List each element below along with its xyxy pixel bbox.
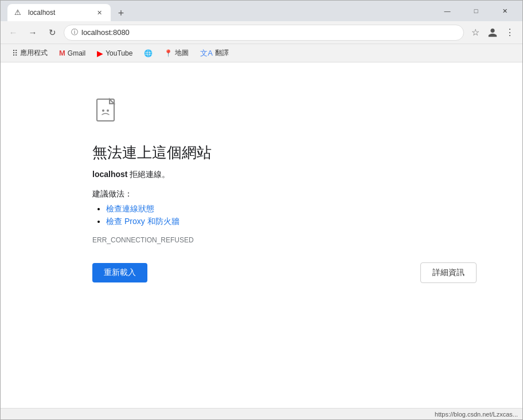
bookmark-youtube[interactable]: ▶ YouTube [92,46,137,60]
check-connection-link[interactable]: 檢查連線狀態 [106,204,154,213]
web-icon: 🌐 [144,49,153,57]
youtube-icon: ▶ [97,49,103,58]
page-content: 無法連上這個網站 localhost 拒絕連線。 建議做法： 檢查連線狀態 檢查… [1,62,522,408]
bookmark-button[interactable]: ☆ [467,25,483,41]
maximize-button[interactable]: □ [463,1,489,21]
bookmark-translate[interactable]: 文A 翻譯 [196,46,233,61]
tab-close-button[interactable]: ✕ [95,8,104,17]
maps-icon: 📍 [164,49,173,57]
error-icon-container [92,97,477,129]
translate-icon: 文A [200,48,213,58]
bookmark-gmail[interactable]: M Gmail [54,46,90,60]
list-item: 檢查連線狀態 [106,204,477,214]
back-button[interactable]: ← [5,25,21,41]
titlebar: ⚠ localhost ✕ + — □ ✕ [1,1,522,21]
tab-area: ⚠ localhost ✕ + [7,1,129,21]
list-item: 檢查 Proxy 和防火牆 [106,217,477,227]
window-controls: — □ ✕ [434,1,518,21]
toolbar: ← → ↻ ⓘ localhost:8080 ☆ ⋮ [1,21,522,44]
svg-point-1 [102,109,104,112]
bookmark-gmail-label: Gmail [68,49,85,57]
error-title: 無法連上這個網站 [92,143,477,163]
suggestions-title: 建議做法： [92,189,477,199]
bookmark-youtube-label: YouTube [106,49,132,57]
new-tab-button[interactable]: + [113,5,129,21]
status-url: https://blog.csdn.net/Lzxcas... [435,411,518,418]
apps-icon: ⠿ [12,49,18,58]
bookmark-web[interactable]: 🌐 [139,47,157,60]
bookmark-maps-label: 地圖 [175,48,189,58]
bookmark-apps-label: 應用程式 [20,48,48,58]
tab-favicon: ⚠ [14,8,24,17]
browser-window: ⚠ localhost ✕ + — □ ✕ ← → ↻ ⓘ localhost:… [0,0,523,420]
reload-button[interactable]: ↻ [44,25,60,41]
gmail-icon: M [59,49,65,57]
url-display: localhost:8080 [81,28,130,37]
active-tab[interactable]: ⚠ localhost ✕ [7,4,111,21]
error-host: localhost [92,170,127,179]
bookmark-apps[interactable]: ⠿ 應用程式 [7,46,52,60]
svg-point-2 [107,109,109,112]
tab-title: localhost [28,9,90,17]
suggestions-list: 檢查連線狀態 檢查 Proxy 和防火牆 [92,204,477,227]
error-icon [92,97,122,127]
check-proxy-link[interactable]: 檢查 Proxy 和防火牆 [106,217,179,226]
reload-button[interactable]: 重新載入 [92,263,147,282]
bookmarks-bar: ⠿ 應用程式 M Gmail ▶ YouTube 🌐 📍 地圖 文A 翻譯 [1,44,522,62]
bookmark-translate-label: 翻譯 [215,48,229,58]
account-button[interactable] [485,25,501,41]
bookmark-maps[interactable]: 📍 地圖 [159,46,193,60]
menu-button[interactable]: ⋮ [502,25,518,41]
statusbar: https://blog.csdn.net/Lzxcas... [1,408,522,419]
forward-button[interactable]: → [25,25,41,41]
close-button[interactable]: ✕ [491,1,518,21]
details-button[interactable]: 詳細資訊 [420,262,477,283]
error-subtitle-text: 拒絕連線。 [127,170,170,179]
error-code: ERR_CONNECTION_REFUSED [92,236,477,244]
button-row: 重新載入 詳細資訊 [92,262,477,283]
minimize-button[interactable]: — [434,1,460,21]
address-bar[interactable]: ⓘ localhost:8080 [64,25,464,41]
error-subtitle: localhost 拒絕連線。 [92,170,477,180]
info-icon: ⓘ [71,28,78,37]
toolbar-actions: ☆ ⋮ [467,25,518,41]
